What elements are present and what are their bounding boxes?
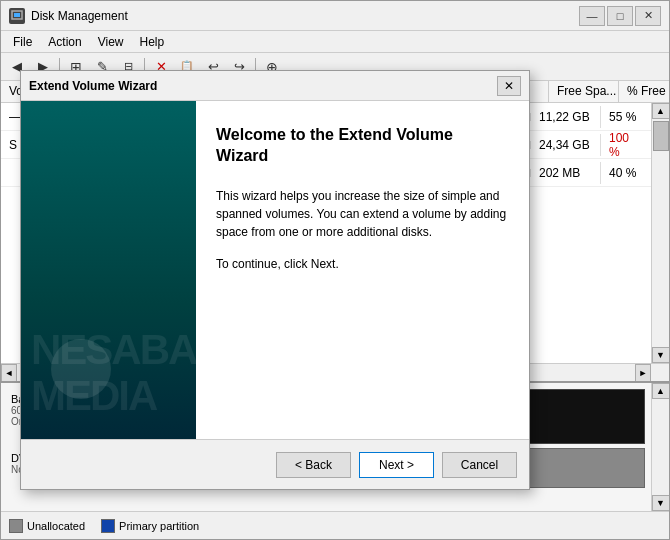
watermark-circle: [51, 339, 111, 399]
next-button[interactable]: Next >: [359, 452, 434, 478]
dialog-title: Extend Volume Wizard: [29, 79, 497, 93]
dialog-footer: < Back Next > Cancel: [21, 439, 529, 489]
back-button[interactable]: < Back: [276, 452, 351, 478]
wizard-continue: To continue, click Next.: [216, 257, 509, 271]
dialog-close-button[interactable]: ✕: [497, 76, 521, 96]
cancel-button[interactable]: Cancel: [442, 452, 517, 478]
dialog-left-panel: NESABAMEDIA: [21, 101, 196, 439]
dialog-body: NESABAMEDIA Welcome to the Extend Volume…: [21, 101, 529, 439]
wizard-heading: Welcome to the Extend Volume Wizard: [216, 125, 509, 167]
modal-overlay: Extend Volume Wizard ✕ NESABAMEDIA Welco…: [0, 0, 670, 540]
extend-volume-dialog: Extend Volume Wizard ✕ NESABAMEDIA Welco…: [20, 70, 530, 490]
dialog-title-bar: Extend Volume Wizard ✕: [21, 71, 529, 101]
wizard-description: This wizard helps you increase the size …: [216, 187, 509, 241]
dialog-content: Welcome to the Extend Volume Wizard This…: [196, 101, 529, 439]
